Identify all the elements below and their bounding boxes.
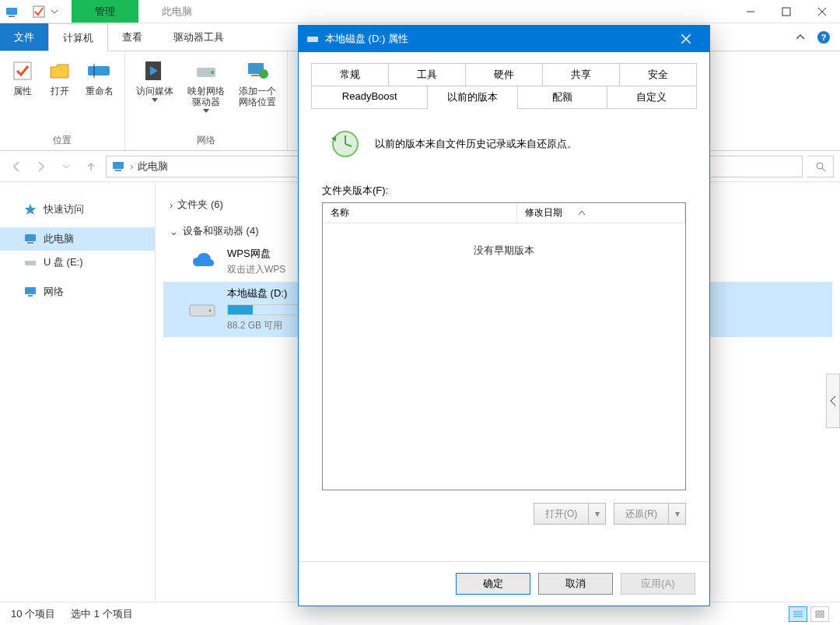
- dialog-body: 以前的版本来自文件历史记录或来自还原点。 文件夹版本(F): 名称 修改日期 没…: [299, 109, 709, 561]
- tab-sharing[interactable]: 共享: [543, 63, 620, 86]
- dialog-info-text: 以前的版本来自文件历史记录或来自还原点。: [375, 137, 577, 151]
- svg-rect-28: [28, 295, 33, 297]
- dropdown-icon: [152, 98, 158, 103]
- context-tab-header: 管理: [72, 0, 138, 23]
- svg-rect-25: [27, 242, 33, 244]
- ribbon-rename[interactable]: 重命名: [79, 54, 120, 100]
- preview-pane-toggle[interactable]: [826, 374, 840, 428]
- ribbon-map-drive[interactable]: 映射网络 驱动器: [181, 54, 231, 117]
- ribbon-group-location: 属性 打开 重命名 位置: [0, 51, 125, 150]
- svg-line-22: [822, 168, 825, 171]
- nav-forward[interactable]: [31, 156, 51, 177]
- col-date[interactable]: 修改日期: [517, 203, 685, 223]
- quick-access-toolbar: [19, 0, 72, 23]
- tab-computer[interactable]: 计算机: [48, 23, 108, 51]
- svg-rect-0: [6, 8, 17, 15]
- chevron-left-icon: [829, 395, 837, 406]
- tab-file[interactable]: 文件: [0, 23, 48, 51]
- ribbon-open[interactable]: 打开: [42, 54, 78, 100]
- network-icon: [23, 285, 37, 299]
- close-button[interactable]: [804, 0, 840, 23]
- list-label: 文件夹版本(F):: [322, 184, 686, 198]
- ribbon-access-media[interactable]: 访问媒体: [130, 54, 180, 106]
- list-header: 名称 修改日期: [323, 203, 685, 223]
- cloud-icon: [187, 246, 218, 277]
- svg-marker-23: [25, 204, 36, 215]
- apply-button[interactable]: 应用(A): [621, 573, 695, 595]
- window-controls: [733, 0, 840, 23]
- svg-rect-36: [816, 615, 819, 617]
- svg-rect-9: [14, 62, 31, 79]
- nav-quick-access[interactable]: 快速访问: [0, 198, 155, 221]
- dropdown-icon[interactable]: ▾: [669, 503, 686, 525]
- status-item-count: 10 个项目: [11, 607, 55, 621]
- view-large-icons-button[interactable]: [810, 606, 829, 622]
- svg-rect-1: [9, 16, 15, 17]
- versions-list[interactable]: 名称 修改日期 没有早期版本: [322, 202, 686, 490]
- ribbon-group-label: 网络: [130, 132, 282, 149]
- svg-rect-20: [115, 170, 121, 171]
- dialog-close-button[interactable]: [670, 26, 702, 52]
- ribbon-add-network-location[interactable]: 添加一个 网络位置: [233, 54, 282, 111]
- search-icon: [815, 161, 826, 172]
- svg-point-30: [209, 309, 212, 311]
- nav-up[interactable]: [81, 156, 101, 177]
- star-icon: [23, 202, 37, 216]
- svg-text:?: ?: [821, 33, 827, 42]
- tab-general[interactable]: 常规: [311, 63, 389, 86]
- tab-hardware[interactable]: 硬件: [466, 63, 543, 86]
- dropdown-icon[interactable]: ▾: [589, 503, 606, 525]
- item-subtitle: 双击进入WPS: [227, 263, 285, 276]
- titlebar-icon: [0, 0, 19, 23]
- restore-button[interactable]: 还原(R) ▾: [614, 503, 686, 525]
- drive-icon: [306, 33, 319, 45]
- svg-rect-24: [25, 234, 36, 241]
- svg-point-18: [259, 69, 268, 79]
- svg-point-15: [211, 71, 214, 74]
- tab-tools[interactable]: 工具: [389, 63, 466, 86]
- tab-drive-tools[interactable]: 驱动器工具: [159, 23, 238, 51]
- ok-button[interactable]: 确定: [456, 573, 530, 595]
- open-button[interactable]: 打开(O) ▾: [534, 503, 606, 525]
- sort-icon: [578, 210, 586, 216]
- close-icon: [681, 34, 691, 44]
- tab-previous-versions[interactable]: 以前的版本: [428, 86, 517, 109]
- navigation-pane: 快速访问 此电脑 U 盘 (E:) 网络: [0, 182, 156, 602]
- maximize-button[interactable]: [768, 0, 804, 23]
- clock-history-icon: [327, 128, 359, 160]
- dialog-titlebar[interactable]: 本地磁盘 (D:) 属性: [299, 26, 709, 52]
- search-box[interactable]: [807, 156, 834, 177]
- minimize-button[interactable]: [733, 0, 768, 23]
- svg-rect-27: [25, 287, 36, 294]
- help-icon[interactable]: ?: [817, 30, 831, 44]
- view-details-button[interactable]: [789, 606, 807, 622]
- nav-network[interactable]: 网络: [0, 280, 155, 304]
- tab-custom[interactable]: 自定义: [607, 86, 697, 109]
- svg-rect-19: [113, 162, 124, 169]
- chevron-down-icon: ⌄: [170, 226, 178, 237]
- svg-rect-38: [307, 37, 318, 42]
- tab-security[interactable]: 安全: [620, 63, 697, 86]
- col-name[interactable]: 名称: [323, 203, 517, 223]
- collapse-ribbon-icon[interactable]: [795, 32, 806, 43]
- tab-readyboost[interactable]: ReadyBoost: [311, 86, 428, 109]
- nav-this-pc[interactable]: 此电脑: [0, 227, 155, 251]
- item-name: WPS网盘: [227, 247, 285, 261]
- nav-usb[interactable]: U 盘 (E:): [0, 251, 155, 274]
- svg-rect-35: [821, 611, 824, 613]
- ribbon-group-network: 访问媒体 映射网络 驱动器 添加一个 网络位置 网络: [125, 51, 288, 150]
- svg-rect-37: [821, 615, 824, 617]
- tab-quota[interactable]: 配额: [518, 86, 607, 109]
- ribbon-properties[interactable]: 属性: [5, 54, 40, 100]
- svg-point-21: [817, 163, 823, 169]
- tab-view[interactable]: 查看: [108, 23, 156, 51]
- ribbon-group-label: 位置: [5, 132, 120, 149]
- qat-dropdown-icon[interactable]: [51, 5, 58, 19]
- nav-recent-dropdown[interactable]: [56, 156, 76, 177]
- nav-back[interactable]: [6, 156, 26, 177]
- cancel-button[interactable]: 取消: [538, 573, 613, 595]
- breadcrumb[interactable]: 此电脑: [138, 160, 168, 174]
- titlebar: 管理 此电脑: [0, 0, 840, 23]
- qat-item-icon[interactable]: [32, 5, 46, 19]
- svg-rect-34: [816, 611, 819, 613]
